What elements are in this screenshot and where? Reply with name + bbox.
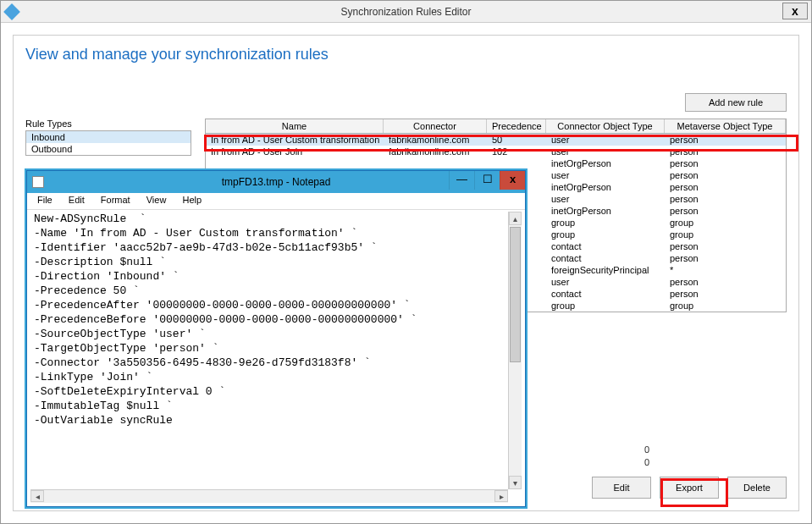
notepad-titlebar[interactable]: tmpFD13.tmp - Notepad — ☐ x — [27, 171, 525, 193]
menu-format[interactable]: Format — [94, 193, 137, 207]
col-connector[interactable]: Connector — [384, 119, 487, 133]
menu-view[interactable]: View — [140, 193, 174, 207]
export-button[interactable]: Export — [660, 477, 719, 499]
cell-metaverse-object-type: group — [665, 300, 786, 312]
cell-name — [206, 157, 384, 169]
cell-connector-object-type: foreignSecurityPrincipal — [546, 264, 665, 276]
cell-connector-object-type: contact — [546, 288, 665, 300]
cell-metaverse-object-type: person — [665, 146, 786, 157]
count-b: 0 — [507, 457, 787, 470]
cell-connector-object-type: contact — [546, 240, 665, 252]
notepad-window-controls: — ☐ x — [449, 171, 525, 190]
menu-file[interactable]: File — [30, 193, 59, 207]
cell-connector: fabrikamonline.com — [384, 146, 487, 157]
cell-metaverse-object-type: person — [665, 205, 786, 217]
cell-connector-object-type: group — [546, 300, 665, 312]
rule-types-label: Rule Types — [25, 119, 191, 129]
rule-types-list[interactable]: Inbound Outbound — [25, 130, 191, 156]
cell-connector-object-type: user — [546, 276, 665, 288]
cell-name: In from AD - User Join — [206, 146, 384, 157]
notepad-minimize-button[interactable]: — — [449, 171, 474, 190]
window-close-button[interactable]: x — [782, 3, 808, 19]
cell-metaverse-object-type: person — [665, 169, 786, 181]
edit-button[interactable]: Edit — [592, 477, 651, 499]
cell-connector — [384, 157, 487, 169]
cell-connector-object-type: group — [546, 229, 665, 240]
rule-type-inbound[interactable]: Inbound — [26, 131, 191, 143]
menu-edit[interactable]: Edit — [62, 193, 91, 207]
cell-precedence — [487, 157, 546, 169]
cell-metaverse-object-type: * — [665, 264, 786, 276]
window-title: Synchronization Rules Editor — [1, 6, 811, 18]
col-precedence[interactable]: Precedence — [487, 119, 546, 133]
selection-counts: 0 0 — [507, 444, 787, 470]
scroll-thumb[interactable] — [510, 227, 521, 362]
table-row[interactable]: inetOrgPersonperson — [206, 157, 786, 169]
notepad-hscrollbar[interactable]: ◂ ▸ — [30, 489, 508, 503]
notepad-body[interactable]: New-ADSyncRule ` -Name 'In from AD - Use… — [30, 212, 522, 489]
table-row[interactable]: In from AD - User Joinfabrikamonline.com… — [206, 146, 786, 157]
menu-help[interactable]: Help — [175, 193, 208, 207]
col-connector-object-type[interactable]: Connector Object Type — [546, 119, 665, 133]
cell-metaverse-object-type: person — [665, 181, 786, 193]
cell-connector-object-type: user — [546, 193, 665, 205]
scroll-up-icon[interactable]: ▴ — [509, 212, 522, 225]
notepad-menubar: File Edit Format View Help — [27, 193, 525, 210]
grid-header: Name Connector Precedence Connector Obje… — [205, 119, 787, 134]
cell-metaverse-object-type: person — [665, 193, 786, 205]
cell-connector-object-type: group — [546, 217, 665, 229]
cell-connector-object-type: inetOrgPerson — [546, 205, 665, 217]
cell-connector-object-type: contact — [546, 252, 665, 264]
cell-connector-object-type: inetOrgPerson — [546, 157, 665, 169]
page-heading: View and manage your synchronization rul… — [25, 46, 787, 63]
cell-metaverse-object-type: person — [665, 240, 786, 252]
cell-metaverse-object-type: group — [665, 217, 786, 229]
delete-button[interactable]: Delete — [727, 477, 787, 499]
cell-connector-object-type: user — [546, 134, 665, 146]
cell-metaverse-object-type: person — [665, 134, 786, 146]
cell-name: In from AD - User Custom transformation — [206, 134, 384, 146]
cell-connector-object-type: user — [546, 146, 665, 157]
cell-connector: fabrikamonline.com — [384, 134, 487, 146]
cell-connector-object-type: user — [546, 169, 665, 181]
cell-metaverse-object-type: person — [665, 276, 786, 288]
scroll-down-icon[interactable]: ▾ — [509, 476, 522, 489]
cell-metaverse-object-type: person — [665, 157, 786, 169]
table-row[interactable]: In from AD - User Custom transformationf… — [206, 134, 786, 146]
count-a: 0 — [507, 444, 787, 457]
cell-metaverse-object-type: group — [665, 229, 786, 240]
cell-connector-object-type: inetOrgPerson — [546, 181, 665, 193]
app-window: Synchronization Rules Editor x View and … — [0, 0, 812, 524]
scroll-right-icon[interactable]: ▸ — [494, 490, 508, 502]
cell-metaverse-object-type: person — [665, 288, 786, 300]
titlebar: Synchronization Rules Editor x — [1, 1, 811, 23]
notepad-text[interactable]: New-ADSyncRule ` -Name 'In from AD - Use… — [30, 212, 522, 427]
cell-precedence: 102 — [487, 146, 546, 157]
cell-metaverse-object-type: person — [665, 252, 786, 264]
rule-type-outbound[interactable]: Outbound — [26, 143, 191, 155]
notepad-vscrollbar[interactable]: ▴ ▾ — [508, 212, 522, 489]
cell-precedence: 50 — [487, 134, 546, 146]
notepad-maximize-button[interactable]: ☐ — [474, 171, 500, 190]
notepad-window[interactable]: tmpFD13.tmp - Notepad — ☐ x File Edit Fo… — [26, 170, 526, 507]
col-metaverse-object-type[interactable]: Metaverse Object Type — [665, 119, 786, 133]
action-buttons: Edit Export Delete — [592, 477, 787, 499]
scroll-left-icon[interactable]: ◂ — [30, 490, 44, 502]
notepad-close-button[interactable]: x — [500, 171, 525, 190]
add-new-rule-button[interactable]: Add new rule — [685, 93, 787, 112]
col-name[interactable]: Name — [206, 119, 384, 133]
